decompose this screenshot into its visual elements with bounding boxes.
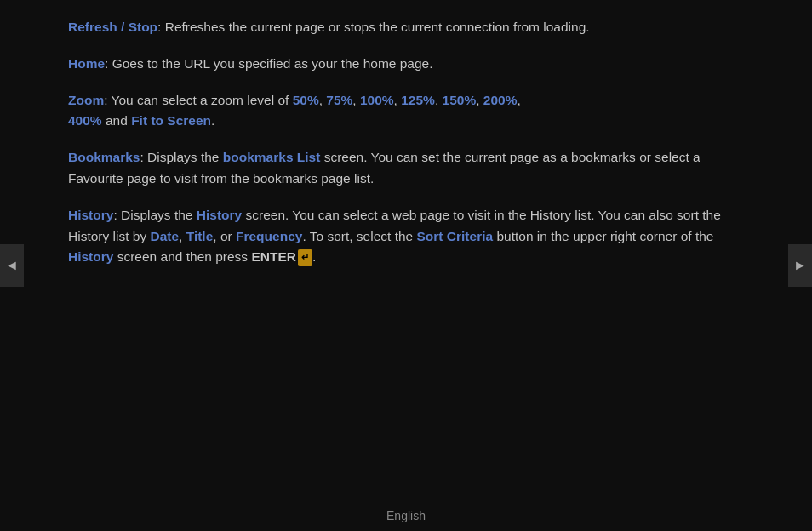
right-arrow-icon: ► xyxy=(793,258,807,273)
zoom-75: 75% xyxy=(326,93,352,107)
zoom-text-before: : You can select a zoom level of xyxy=(104,93,292,107)
paragraph-home: Home: Goes to the URL you specified as y… xyxy=(68,54,744,75)
zoom-50: 50% xyxy=(293,93,319,107)
bookmarks-list-link: bookmarks List xyxy=(223,150,321,164)
title-link: Title xyxy=(186,229,214,243)
main-content: Refresh / Stop: Refreshes the current pa… xyxy=(0,0,812,334)
paragraph-zoom: Zoom: You can select a zoom level of 50%… xyxy=(68,90,744,133)
date-link: Date xyxy=(150,229,179,243)
zoom-200: 200% xyxy=(483,93,518,107)
home-label: Home xyxy=(68,56,105,71)
history-link-1: History xyxy=(197,208,242,222)
enter-key: ENTER xyxy=(251,249,296,264)
zoom-125: 125% xyxy=(401,93,435,107)
paragraph-history: History: Displays the History screen. Yo… xyxy=(68,205,744,268)
sort-criteria-link: Sort Criteria xyxy=(417,229,494,243)
zoom-100: 100% xyxy=(360,93,394,107)
nav-arrow-left[interactable]: ◄ xyxy=(0,244,24,287)
paragraph-bookmarks: Bookmarks: Displays the bookmarks List s… xyxy=(68,147,744,190)
footer: English xyxy=(0,509,812,522)
home-text: : Goes to the URL you specified as your … xyxy=(105,56,432,71)
zoom-label: Zoom xyxy=(68,93,104,107)
zoom-400: 400% xyxy=(68,113,102,128)
enter-icon: ↵ xyxy=(298,249,312,266)
fit-to-screen: Fit to Screen xyxy=(131,113,211,128)
history-label: History xyxy=(68,208,113,222)
bookmarks-label: Bookmarks xyxy=(68,150,140,164)
left-arrow-icon: ◄ xyxy=(5,258,19,273)
history-link-2: History xyxy=(68,249,113,264)
paragraph-refresh-stop: Refresh / Stop: Refreshes the current pa… xyxy=(68,17,744,38)
refresh-stop-label: Refresh / Stop xyxy=(68,20,157,34)
refresh-stop-text: : Refreshes the current page or stops th… xyxy=(157,20,589,34)
zoom-150: 150% xyxy=(443,93,477,107)
nav-arrow-right[interactable]: ► xyxy=(788,244,812,287)
frequency-link: Frequency xyxy=(236,229,302,243)
language-label: English xyxy=(386,509,426,522)
